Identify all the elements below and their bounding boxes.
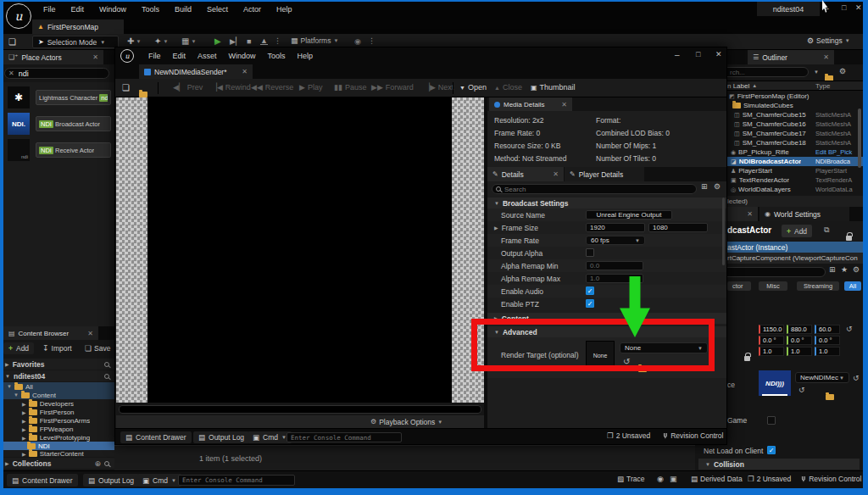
forward-button[interactable]: ▶▶Forward: [371, 83, 414, 92]
content-browser-tab[interactable]: ▤ Content Browser ✕: [3, 326, 98, 340]
minimize-button[interactable]: –: [675, 50, 680, 59]
frame-size-height-field[interactable]: 1080: [648, 223, 708, 232]
grid-view-icon[interactable]: ⊞: [829, 265, 836, 274]
media-sender-asset-tab[interactable]: NewNDIMediaSender* ✕: [139, 64, 253, 79]
list-item[interactable]: NDI. NDI Broadcast Actor: [0, 111, 114, 136]
outliner-tab[interactable]: ☰ Outliner ✕: [748, 50, 834, 64]
output-log-button[interactable]: ▤Output Log: [83, 474, 139, 487]
rotation-y-field[interactable]: 0.0 °: [787, 336, 812, 345]
tree-item-ndi[interactable]: NDI: [0, 442, 114, 450]
enable-audio-checkbox[interactable]: ✓: [586, 286, 594, 295]
lock-icon[interactable]: [846, 236, 852, 241]
rotation-x-field[interactable]: 0.0 °: [759, 336, 784, 345]
location-x-field[interactable]: 1150.0: [759, 325, 784, 334]
platforms-dropdown[interactable]: ▦ Platforms▼: [291, 36, 338, 45]
scale-x-field[interactable]: 1.0: [759, 347, 784, 356]
console-command-input[interactable]: [291, 434, 398, 442]
content-drawer-button[interactable]: ▤Content Drawer: [120, 431, 192, 443]
blueprints-dropdown[interactable]: ✦▼: [154, 36, 168, 46]
menu-edit[interactable]: Edit: [64, 0, 92, 19]
enable-ptz-checkbox[interactable]: ✓: [586, 299, 594, 308]
menu-help[interactable]: Help: [269, 0, 300, 19]
list-item[interactable]: ✱ Lightmass Character ndi: [0, 85, 114, 110]
location-y-field[interactable]: 880.0: [787, 325, 812, 334]
frame-rate-dropdown[interactable]: 60 fps▼: [586, 236, 645, 245]
details-search-input[interactable]: [504, 186, 657, 193]
play-options-kebab-icon[interactable]: ⋮: [274, 36, 281, 45]
output-log-button[interactable]: ▤Output Log: [193, 431, 249, 443]
add-component-button[interactable]: +Add: [782, 225, 812, 237]
outliner-settings-gear-icon[interactable]: ⚙: [839, 67, 846, 75]
collaborators-icon[interactable]: ◉: [354, 37, 361, 46]
reset-icon[interactable]: ↺: [846, 325, 853, 333]
details-scrollbar[interactable]: [722, 197, 725, 265]
maximize-button[interactable]: □: [842, 3, 846, 12]
favorites-row[interactable]: ▶Favorites: [0, 359, 114, 370]
tree-item-startercontent[interactable]: ▶StarterContent: [0, 450, 114, 458]
console-command-box[interactable]: [178, 475, 295, 486]
import-button[interactable]: ↧Import: [42, 342, 72, 354]
source-name-field[interactable]: Unreal Engine Output: [586, 210, 672, 220]
player-details-tab[interactable]: ✎ Player Details: [565, 167, 644, 181]
trace-button[interactable]: ▧Trace: [617, 475, 644, 483]
content-drawer-button[interactable]: ▤Content Drawer: [7, 474, 78, 487]
close-icon[interactable]: ✕: [242, 68, 248, 75]
next-button[interactable]: ▕▶Next: [424, 83, 453, 92]
add-collection-icon[interactable]: ⊕: [94, 459, 101, 468]
world-settings-tab[interactable]: ◉ World Settings: [760, 207, 849, 221]
thumbnail-button[interactable]: ▣Thumbnail: [531, 83, 576, 92]
playback-scrubber[interactable]: [119, 405, 481, 414]
edit-blueprint-link[interactable]: Edit BP_Pick: [815, 148, 852, 156]
list-item[interactable]: ndi NDI Receive Actor: [0, 137, 114, 163]
tree-item-firstpersonarms[interactable]: ▶FirstPersonArms: [0, 416, 114, 425]
cmd-dropdown[interactable]: ▣Cmd▼: [137, 474, 181, 487]
search-options-chevron-icon[interactable]: ▼: [814, 70, 819, 75]
menu-build[interactable]: Build: [167, 0, 199, 19]
play-button[interactable]: ▶: [214, 36, 221, 46]
selection-mode-dropdown[interactable]: ➤ Selection Mode▼: [32, 36, 119, 48]
filter-all[interactable]: All: [844, 281, 861, 291]
reset-icon[interactable]: ↺: [853, 374, 860, 382]
menu-window[interactable]: Window: [92, 0, 134, 19]
details-search-box[interactable]: [492, 184, 697, 194]
place-actors-search-input[interactable]: [19, 70, 95, 78]
place-actors-search[interactable]: ✕: [4, 68, 109, 79]
grid-view-icon[interactable]: ⊞: [701, 182, 708, 191]
tree-item-fpweapon[interactable]: ▶FPWeapon: [0, 425, 114, 433]
favorites-star-icon[interactable]: ★: [841, 265, 848, 274]
blueprint-hierarchy-icon[interactable]: ⧉: [824, 225, 829, 235]
scale-z-field[interactable]: 1.0: [815, 347, 840, 356]
console-command-input[interactable]: [182, 476, 291, 484]
location-z-field[interactable]: 60.0: [815, 325, 840, 334]
pause-button[interactable]: ▮▮Pause: [334, 83, 366, 92]
menu-tools[interactable]: Tools: [134, 0, 167, 19]
settings-dropdown[interactable]: ⚙ Settings▼: [807, 36, 850, 45]
scale-y-field[interactable]: 1.0: [787, 347, 812, 356]
playback-options-dropdown[interactable]: ⚙ Playback Options▼: [370, 418, 442, 426]
close-button[interactable]: ✕: [715, 50, 722, 58]
search-icon[interactable]: [104, 374, 109, 379]
filter-actor[interactable]: ctor: [727, 281, 751, 291]
broadcast-settings-header[interactable]: ▼Broadcast Settings: [487, 197, 726, 209]
skip-button[interactable]: ▶▏: [230, 37, 242, 46]
unsaved-button[interactable]: ❐2 Unsaved: [748, 475, 791, 483]
add-actor-dropdown[interactable]: ✚▼: [127, 36, 141, 46]
revision-control-button[interactable]: ⋔Revision Control: [800, 475, 862, 483]
rewind-button[interactable]: ▕◀Rewind: [211, 83, 251, 92]
save-all-button[interactable]: ❏Save: [85, 342, 110, 354]
insights-icon[interactable]: ◉: [657, 475, 664, 483]
menu-help[interactable]: Help: [292, 47, 320, 64]
tree-item-content[interactable]: ▼Content: [0, 391, 114, 399]
play-button[interactable]: ▶Play: [299, 83, 322, 92]
scale-lock-icon[interactable]: [744, 356, 750, 361]
close-media-button[interactable]: ▲Close: [494, 83, 522, 92]
derived-data-button[interactable]: ▤Derived Data: [691, 475, 743, 483]
output-alpha-checkbox[interactable]: [586, 248, 594, 257]
clear-search-icon[interactable]: ✕: [8, 70, 14, 77]
menu-tools[interactable]: Tools: [262, 47, 292, 64]
collision-section-header[interactable]: ▼Collision: [698, 459, 860, 470]
close-icon[interactable]: ✕: [87, 330, 93, 337]
outliner-scrollbar[interactable]: [858, 108, 861, 168]
menu-window[interactable]: Window: [223, 47, 262, 64]
media-details-tab[interactable]: Media Details ✕: [489, 97, 572, 111]
